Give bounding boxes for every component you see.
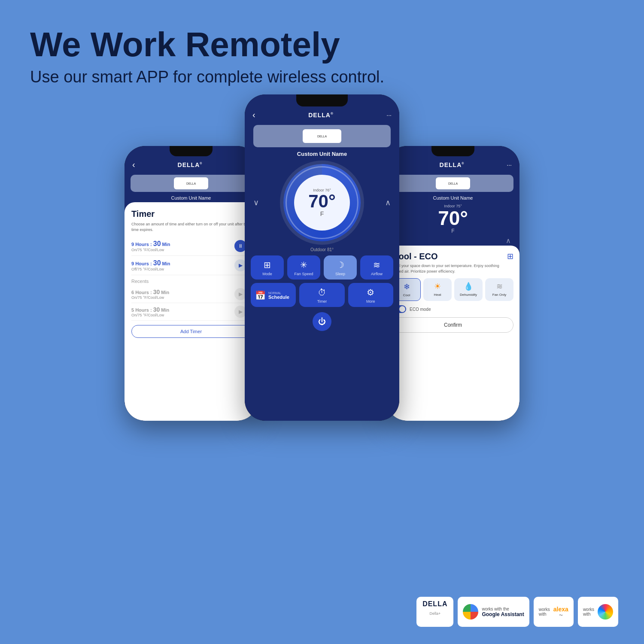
mode-btn[interactable]: ⊞ Mode — [251, 255, 284, 279]
chevron-up-right2[interactable]: ∧ — [506, 237, 511, 245]
recent-row-2: 5 Hours : 30 Min On/75 °F/Cool/Low ▶ › — [131, 303, 251, 321]
eco-mode-label: ECO mode — [410, 307, 431, 312]
chevron-down-left[interactable]: ∨ — [253, 198, 259, 207]
timer-sub-2: Off/75 °F/Cool/Low — [131, 267, 170, 271]
dehumidify-label: Dehumidify — [460, 293, 477, 297]
siri-text: works with — [583, 607, 594, 617]
heat-mode-btn[interactable]: ☀ Heat — [423, 278, 452, 301]
notch-center — [296, 94, 348, 106]
more-label: More — [366, 299, 375, 304]
siri-works-label: works — [583, 607, 594, 612]
recent-row-1: 6 Hours : 30 Min On/75 °F/Cool/Low ▶ › — [131, 286, 251, 303]
temp-unit-center: F — [320, 210, 324, 217]
phone-left-header: ‹ DELLA® ··· — [125, 156, 258, 173]
mode-grid-right: ❄ Cool ☀ Heat 💧 Dehumidify ≋ Fan Only — [392, 278, 513, 301]
timer-sub-1: On/75 °F/Cool/Low — [131, 248, 170, 252]
google-icon — [463, 604, 478, 620]
sub-title: Use our smart APP for complete wireless … — [0, 64, 644, 86]
airflow-icon: ≋ — [373, 260, 380, 270]
recent-sub-2: On/75 °F/Cool/Low — [131, 313, 169, 317]
brand-center: DELLA® — [308, 112, 334, 118]
siri-icon — [598, 604, 613, 620]
temp-center: 70° — [308, 192, 336, 210]
back-icon-center[interactable]: ‹ — [252, 110, 255, 120]
ac-image-center: DELLA — [253, 125, 391, 147]
confirm-btn[interactable]: Confirm — [392, 317, 513, 333]
timer-desc: Choose an amount of time and either turn… — [131, 222, 251, 232]
alexa-text: works with — [539, 607, 550, 617]
timer-btn[interactable]: ⏱ Timer — [299, 283, 344, 307]
power-btn[interactable]: ⏻ — [313, 312, 331, 331]
unit-name-right: Custom Unit Name — [386, 194, 519, 202]
timer-icon: ⏱ — [318, 288, 326, 298]
chevrons-right: ∨ ∧ — [386, 236, 519, 246]
thermostat-circle: Indoor 76° 70° F — [283, 164, 361, 241]
della-logo: DELLA — [422, 600, 447, 608]
recent-time-1: 6 Hours : 30 Min — [131, 289, 169, 295]
schedule-label: Schedule — [268, 295, 289, 300]
phone-center-screen: ‹ DELLA® ··· DELLA Custom Unit Name Indo… — [245, 94, 399, 421]
add-timer-btn[interactable]: Add Timer — [131, 325, 251, 338]
airflow-label: Airflow — [371, 272, 383, 276]
thermostat-area: Indoor 76° 70° F ∨ ∧ — [245, 161, 399, 245]
badge-della: DELLA Della+ — [416, 597, 453, 627]
phone-left: ‹ DELLA® ··· DELLA Custom Unit Name Time… — [125, 146, 258, 421]
badge-google: works with the Google Assistant — [458, 597, 529, 627]
fanonly-icon: ≋ — [496, 282, 503, 291]
power-icon: ⏻ — [318, 317, 326, 326]
thermostat-inner: Indoor 76° 70° F — [294, 175, 350, 231]
badge-alexa: works with alexa 〜 — [534, 597, 574, 627]
chevron-up-right[interactable]: ∧ — [385, 198, 391, 207]
eco-header: Cool - ECO Cool your space down to your … — [392, 252, 513, 278]
temp-area-right: Indoor 75° 70° F — [386, 202, 519, 236]
google-platform-label: Google Assistant — [482, 611, 524, 617]
phone-center-header: ‹ DELLA® ··· — [245, 106, 399, 123]
dots-center[interactable]: ··· — [386, 112, 392, 118]
siri-with-label: with — [583, 612, 594, 617]
outdoor-label-center: Outdoor 81° — [245, 247, 399, 252]
eco-card: Cool - ECO Cool your space down to your … — [386, 246, 519, 421]
alexa-smile: 〜 — [559, 613, 563, 618]
cool-icon: ❄ — [404, 282, 410, 292]
ac-unit-right: DELLA — [436, 177, 470, 189]
dehumidify-icon: 💧 — [464, 282, 473, 291]
sleep-btn[interactable]: ☽ Sleep — [324, 255, 357, 279]
unit-name-center: Custom Unit Name — [245, 149, 399, 159]
dehumidify-mode-btn[interactable]: 💧 Dehumidify — [454, 278, 483, 301]
ac-image-right: DELLA — [392, 175, 513, 192]
badges-row: DELLA Della+ works with the Google Assis… — [416, 597, 618, 627]
sleep-label: Sleep — [335, 272, 345, 276]
fanspeed-btn[interactable]: ✳ Fan Speed — [287, 255, 320, 279]
notch-left — [170, 146, 213, 156]
ac-unit-left: DELLA — [174, 177, 208, 189]
more-btn[interactable]: ⚙ More — [348, 283, 393, 307]
ac-unit-center: DELLA — [303, 129, 341, 143]
toggle-thumb — [399, 306, 405, 312]
brand-right: DELLA® — [440, 161, 465, 168]
airflow-btn[interactable]: ≋ Airflow — [360, 255, 393, 279]
timer-title: Timer — [131, 209, 251, 219]
phone-right-header: ‹ DELLA® ··· — [386, 156, 519, 173]
phone-center: ‹ DELLA® ··· DELLA Custom Unit Name Indo… — [245, 94, 399, 421]
big-temp-right: 70° — [386, 208, 519, 228]
back-icon-left[interactable]: ‹ — [132, 160, 135, 170]
mode-icon: ⊞ — [264, 260, 271, 270]
alexa-logo-area: alexa 〜 — [553, 606, 568, 618]
google-text: works with the Google Assistant — [482, 607, 524, 617]
heat-label: Heat — [434, 293, 441, 297]
control-grid: ⊞ Mode ✳ Fan Speed ☽ Sleep ≋ Airflow — [245, 252, 399, 283]
alexa-logo: alexa — [553, 606, 568, 613]
eco-title: Cool - ECO — [392, 252, 504, 261]
brand-left: DELLA® — [178, 161, 203, 168]
phone-left-screen: ‹ DELLA® ··· DELLA Custom Unit Name Time… — [125, 146, 258, 421]
alexa-with-label: with — [539, 612, 550, 617]
google-works-label: works with the — [482, 607, 524, 611]
dots-right[interactable]: ··· — [507, 161, 512, 168]
unit-name-left: Custom Unit Name — [125, 194, 258, 202]
cool-label: Cool — [403, 293, 410, 297]
schedule-btn[interactable]: 📅 NORMAL Schedule — [251, 283, 296, 307]
more-icon: ⚙ — [367, 287, 374, 298]
timer-card: Timer Choose an amount of time and eithe… — [125, 202, 258, 421]
fanonly-mode-btn[interactable]: ≋ Fan Only — [485, 278, 513, 301]
della-plus: Della+ — [429, 611, 440, 616]
